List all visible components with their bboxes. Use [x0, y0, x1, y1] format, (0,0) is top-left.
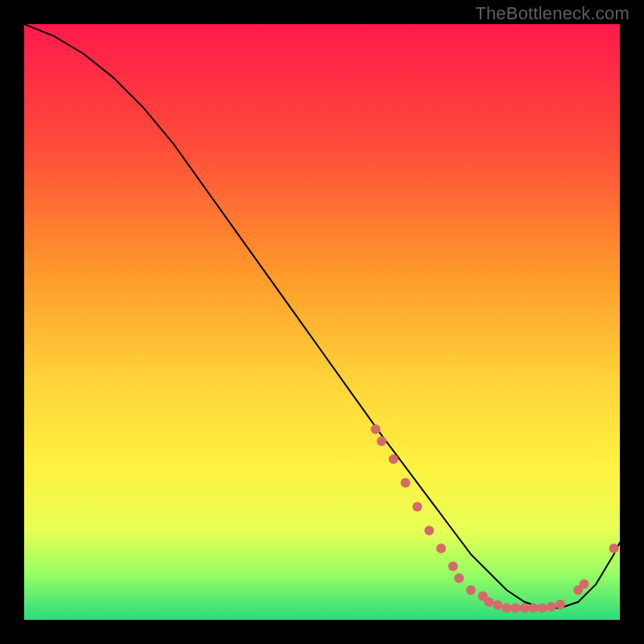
- data-point: [484, 597, 493, 607]
- data-point: [401, 478, 411, 488]
- chart-frame: TheBottleneck.com: [0, 0, 644, 644]
- data-point: [529, 603, 539, 613]
- data-point: [466, 585, 476, 595]
- data-point: [511, 603, 521, 613]
- data-point: [424, 526, 434, 535]
- data-point: [580, 580, 589, 589]
- data-point: [454, 573, 464, 583]
- data-point: [371, 424, 381, 434]
- data-point: [538, 603, 547, 613]
- data-point: [547, 602, 556, 612]
- data-point: [493, 601, 502, 610]
- data-point: [502, 603, 511, 613]
- data-point: [412, 502, 422, 511]
- chart-svg: [24, 24, 620, 620]
- watermark-text: TheBottleneck.com: [475, 3, 630, 24]
- data-point: [609, 543, 619, 553]
- gradient-background: [24, 24, 620, 620]
- data-point: [377, 436, 386, 446]
- data-point: [389, 454, 398, 464]
- data-point: [520, 603, 530, 613]
- chart-plot-area: [24, 24, 620, 620]
- data-point: [436, 543, 446, 553]
- data-point: [555, 600, 565, 609]
- data-point: [448, 561, 458, 571]
